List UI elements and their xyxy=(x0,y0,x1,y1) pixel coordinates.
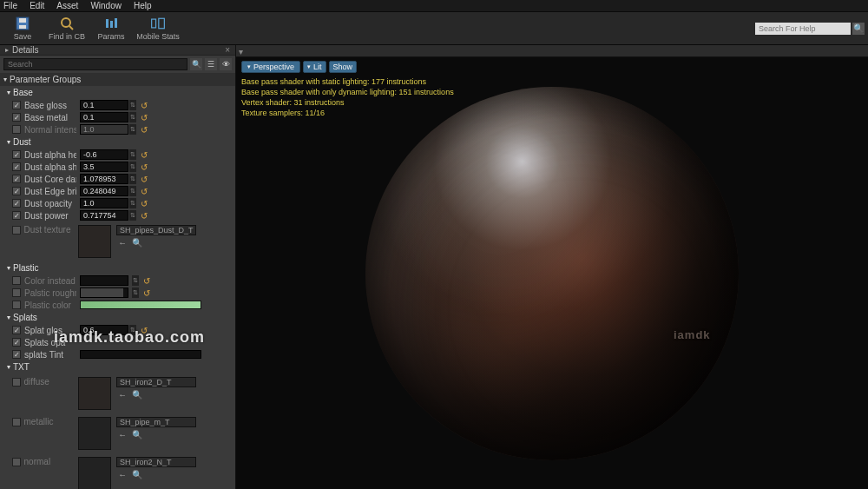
texture-name-dropdown[interactable]: SH_iron2_D_T xyxy=(116,377,196,387)
checkbox-dust-texture[interactable] xyxy=(12,226,21,235)
input-normal-intensity[interactable]: 1.0 xyxy=(80,124,128,135)
checkbox-plastic-color[interactable] xyxy=(12,301,21,309)
input-base-gloss[interactable]: 0.1 xyxy=(80,100,128,110)
texture-thumbnail[interactable] xyxy=(78,225,111,258)
input-dust-edge-bright[interactable]: 0.248049 xyxy=(80,186,128,196)
browse-icon[interactable]: 🔍 xyxy=(132,390,142,400)
spinner-icon[interactable]: ⇅ xyxy=(129,100,136,110)
reset-icon[interactable]: ↺ xyxy=(140,326,148,334)
find-in-cb-button[interactable]: Find in CB xyxy=(45,14,89,43)
input-dust-core-dark[interactable]: 1.078953 xyxy=(80,174,128,184)
spinner-icon[interactable]: ⇅ xyxy=(129,162,136,172)
group-dust[interactable]: ▾Dust xyxy=(0,135,235,149)
checkbox-normal[interactable] xyxy=(12,458,21,466)
spinner-icon[interactable]: ⇅ xyxy=(129,325,136,335)
checkbox-dust-edge-bright[interactable] xyxy=(12,187,21,195)
browse-icon[interactable]: 🔍 xyxy=(132,238,142,248)
texture-name-dropdown[interactable]: SH_pipes_Dust_D_T xyxy=(116,225,196,235)
help-search-icon[interactable]: 🔍 xyxy=(852,23,865,35)
help-search-input[interactable] xyxy=(755,23,851,35)
perspective-button[interactable]: ▾Perspective xyxy=(241,61,300,73)
menu-edit[interactable]: Edit xyxy=(30,1,44,10)
checkbox-dust-alpha-sharp[interactable] xyxy=(12,162,21,171)
arrow-left-icon[interactable]: ← xyxy=(118,390,127,400)
close-tab-icon[interactable]: × xyxy=(225,45,230,55)
arrow-left-icon[interactable]: ← xyxy=(118,470,127,479)
reset-icon[interactable]: ↺ xyxy=(140,113,148,122)
input-dust-alpha-height[interactable]: -0.6 xyxy=(80,149,128,160)
show-button[interactable]: Show xyxy=(329,61,358,73)
filter-icon[interactable]: ☰ xyxy=(205,58,217,70)
arrow-left-icon[interactable]: ← xyxy=(118,430,127,439)
input-base-metal[interactable]: 0.1 xyxy=(80,112,128,122)
browse-icon[interactable]: 🔍 xyxy=(132,430,142,439)
spinner-icon[interactable]: ⇅ xyxy=(129,210,136,221)
input-splat-glos[interactable]: 0.6 xyxy=(80,325,128,335)
menu-file[interactable]: File xyxy=(3,1,17,10)
reset-icon[interactable]: ↺ xyxy=(142,288,151,297)
checkbox-diffuse[interactable] xyxy=(12,378,21,387)
parameter-groups-header[interactable]: ▾ Parameter Groups xyxy=(0,73,235,86)
browse-icon[interactable]: 🔍 xyxy=(132,470,142,479)
spinner-icon[interactable]: ⇅ xyxy=(129,174,136,184)
checkbox-normal-intensity[interactable] xyxy=(12,125,21,134)
params-button[interactable]: Params xyxy=(92,14,130,43)
spinner-icon[interactable]: ⇅ xyxy=(129,198,136,208)
menu-asset[interactable]: Asset xyxy=(56,1,78,10)
checkbox-dust-alpha-height[interactable] xyxy=(12,150,21,159)
group-base[interactable]: ▾Base xyxy=(0,86,235,99)
checkbox-splats-opacity[interactable] xyxy=(12,338,21,347)
checkbox-base-metal[interactable] xyxy=(12,113,21,122)
menu-help[interactable]: Help xyxy=(134,1,152,10)
mobile-stats-button[interactable]: Mobile Stats xyxy=(134,14,182,43)
color-swatch[interactable] xyxy=(80,301,201,309)
reset-icon[interactable]: ↺ xyxy=(140,175,148,183)
texture-thumbnail[interactable] xyxy=(78,377,111,410)
group-txt[interactable]: ▾TXT xyxy=(0,360,235,373)
slider-plastic-roughness[interactable] xyxy=(80,287,128,298)
texture-thumbnail[interactable] xyxy=(78,457,111,489)
spinner-icon[interactable]: ⇅ xyxy=(132,287,139,298)
checkbox-dust-core-dark[interactable] xyxy=(12,175,21,183)
checkbox-splats-tint[interactable] xyxy=(12,350,21,359)
reset-icon[interactable]: ↺ xyxy=(140,125,148,134)
texture-name-dropdown[interactable]: SH_pipe_m_T xyxy=(116,417,196,427)
checkbox-color-instead[interactable] xyxy=(12,276,21,285)
spinner-icon[interactable]: ⇅ xyxy=(129,186,136,196)
group-plastic[interactable]: ▾Plastic xyxy=(0,261,235,274)
reset-icon[interactable]: ↺ xyxy=(140,211,148,220)
menu-window[interactable]: Window xyxy=(90,1,122,10)
spinner-icon[interactable]: ⇅ xyxy=(129,124,136,135)
checkbox-metallic[interactable] xyxy=(12,418,21,426)
checkbox-plastic-roughness[interactable] xyxy=(12,288,21,297)
reset-icon[interactable]: ↺ xyxy=(140,162,148,171)
texture-name-dropdown[interactable]: SH_iron2_N_T xyxy=(116,457,196,467)
spinner-icon[interactable]: ⇅ xyxy=(129,149,136,160)
input-dust-opacity[interactable]: 1.0 xyxy=(80,198,128,208)
details-tab[interactable]: ▸ Details × xyxy=(0,45,235,56)
reset-icon[interactable]: ↺ xyxy=(140,101,148,109)
input-dust-alpha-sharp[interactable]: 3.5 xyxy=(80,162,128,172)
group-splats[interactable]: ▾Splats xyxy=(0,311,235,324)
checkbox-splat-glos[interactable] xyxy=(12,326,21,334)
search-icon[interactable]: 🔍 xyxy=(190,58,202,70)
reset-icon[interactable]: ↺ xyxy=(140,199,148,208)
search-input[interactable] xyxy=(3,58,187,70)
viewport-menu-icon[interactable]: ▾ xyxy=(239,47,247,56)
checkbox-base-gloss[interactable] xyxy=(12,101,21,109)
input-dust-power[interactable]: 0.717754 xyxy=(80,210,128,221)
viewport[interactable]: ▾ ▾Perspective ▾Lit Show Base pass shade… xyxy=(236,45,868,489)
checkbox-dust-power[interactable] xyxy=(12,211,21,220)
texture-thumbnail[interactable] xyxy=(78,417,111,450)
eye-icon[interactable]: 👁 xyxy=(220,58,232,70)
arrow-left-icon[interactable]: ← xyxy=(118,238,127,248)
spinner-icon[interactable]: ⇅ xyxy=(132,275,139,286)
spinner-icon[interactable]: ⇅ xyxy=(129,112,136,122)
lit-button[interactable]: ▾Lit xyxy=(303,61,326,73)
checkbox-dust-opacity[interactable] xyxy=(12,199,21,208)
slider-color-instead[interactable] xyxy=(80,275,128,286)
reset-icon[interactable]: ↺ xyxy=(142,276,151,285)
tint-swatch[interactable] xyxy=(80,350,201,359)
reset-icon[interactable]: ↺ xyxy=(140,150,148,159)
reset-icon[interactable]: ↺ xyxy=(140,187,148,195)
